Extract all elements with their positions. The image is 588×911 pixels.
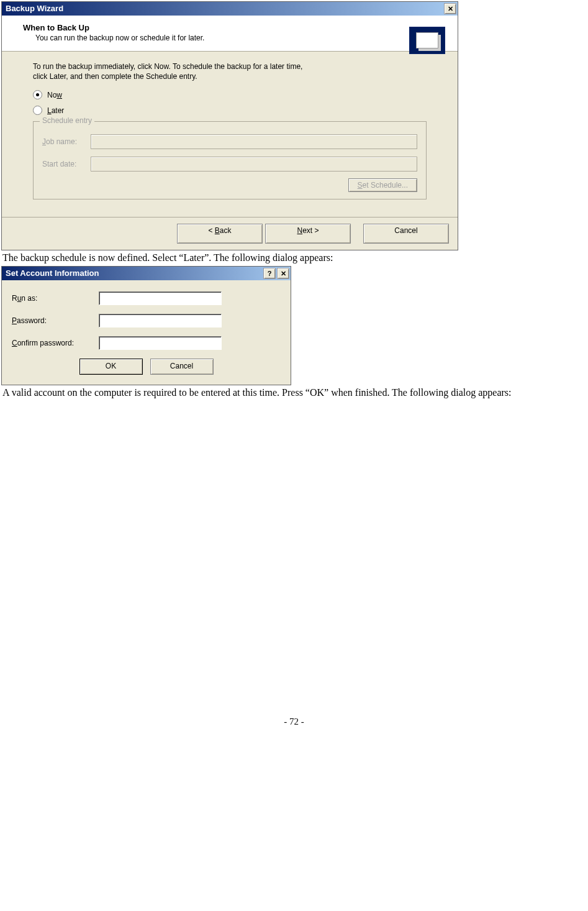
body-paragraph-1: The backup schedule is now defined. Sele… — [2, 252, 586, 265]
password-input[interactable] — [99, 314, 222, 327]
account-body: Run as: Password: Confirm password: OK C… — [2, 280, 291, 385]
close-icon[interactable]: ✕ — [444, 3, 456, 14]
schedule-entry-legend: Schedule entry — [40, 116, 94, 125]
body-paragraph-2: A valid account on the computer is requi… — [2, 387, 586, 400]
confirm-input[interactable] — [99, 336, 222, 350]
instructions-text: To run the backup immediately, click Now… — [33, 62, 306, 81]
set-schedule-button: Set Schedule... — [348, 178, 417, 192]
run-as-row: Run as: — [12, 291, 281, 305]
confirm-row: Confirm password: — [12, 336, 281, 350]
backup-icon — [409, 27, 445, 54]
confirm-label: Confirm password: — [12, 339, 99, 347]
wizard-header: When to Back Up You can run the backup n… — [2, 16, 458, 52]
job-name-label: Job name: — [42, 137, 87, 146]
cancel-button[interactable]: Cancel — [150, 359, 214, 375]
wizard-subtitle: You can run the backup now or schedule i… — [35, 34, 445, 42]
start-date-label: Start date: — [42, 160, 87, 168]
titlebar: Set Account Information ? ✕ — [2, 267, 291, 280]
set-account-dialog: Set Account Information ? ✕ Run as: Pass… — [1, 266, 291, 385]
radio-now-label: Now — [47, 91, 62, 99]
backup-wizard-dialog: Backup Wizard ✕ When to Back Up You can … — [1, 1, 458, 250]
wizard-body: To run the backup immediately, click Now… — [2, 52, 458, 217]
job-name-input — [91, 134, 417, 149]
radio-later-label: Later — [47, 106, 64, 115]
start-date-input — [91, 157, 417, 172]
schedule-entry-group: Schedule entry Job name: Start date: Set… — [33, 121, 427, 199]
page-number: - 72 - — [0, 716, 588, 739]
back-button[interactable]: < Back — [177, 224, 263, 244]
radio-now-indicator — [33, 90, 42, 99]
start-date-row: Start date: — [42, 157, 417, 172]
password-row: Password: — [12, 314, 281, 327]
run-as-input[interactable] — [99, 291, 222, 305]
help-icon[interactable]: ? — [263, 268, 276, 279]
next-button[interactable]: Next > — [265, 224, 351, 244]
titlebar-text: Backup Wizard — [6, 2, 63, 16]
titlebar: Backup Wizard ✕ — [2, 2, 458, 16]
cancel-button[interactable]: Cancel — [363, 224, 449, 244]
run-as-label: Run as: — [12, 294, 99, 303]
ok-button[interactable]: OK — [79, 359, 143, 375]
wizard-footer: < Back Next > Cancel — [2, 217, 458, 250]
radio-later[interactable]: Later — [33, 106, 427, 115]
radio-later-indicator — [33, 106, 42, 115]
job-name-row: Job name: — [42, 134, 417, 149]
password-label: Password: — [12, 316, 99, 325]
titlebar-text: Set Account Information — [6, 267, 99, 280]
radio-now[interactable]: Now — [33, 90, 427, 99]
wizard-title: When to Back Up — [23, 23, 445, 32]
close-icon[interactable]: ✕ — [277, 268, 289, 279]
